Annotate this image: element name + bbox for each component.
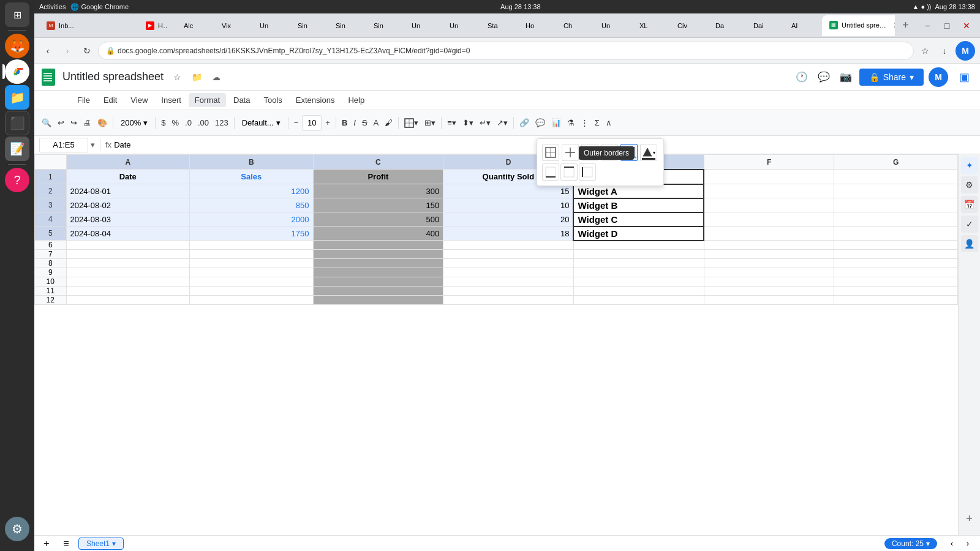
cloud-icon[interactable]: ☁ [208,69,225,86]
cell-a7[interactable] [66,250,190,259]
history-icon[interactable]: 🕐 [793,69,810,86]
cell-c8[interactable] [313,259,443,268]
cell-a9[interactable] [66,268,190,277]
cell-e10[interactable] [573,277,704,287]
chrome-profile-avatar[interactable]: M [956,41,975,61]
cell-c10[interactable] [313,277,443,287]
scroll-right-button[interactable]: › [960,536,975,551]
cell-a1[interactable]: Date [66,170,190,184]
font-select[interactable]: Default... ▾ [238,115,285,131]
row-num-10[interactable]: 10 [35,277,67,287]
cell-a8[interactable] [66,259,190,268]
cell-f7[interactable] [704,250,834,259]
cell-e12[interactable] [573,296,704,305]
row-num-8[interactable]: 8 [35,259,67,268]
cell-c11[interactable] [313,287,443,296]
menu-extensions[interactable]: Extensions [290,93,341,107]
search-button[interactable]: 🔍 [39,114,54,132]
bookmark-icon[interactable]: ☆ [916,42,933,59]
menu-tools[interactable]: Tools [257,93,288,107]
cell-c4[interactable]: 500 [313,212,443,227]
minimize-button[interactable]: − [919,17,936,34]
print-button[interactable]: 🖨 [81,114,94,132]
browser-tab-6[interactable]: Sin [328,15,365,36]
close-button[interactable]: ✕ [958,17,975,34]
col-header-c[interactable]: C [313,155,443,170]
sheet-tab-1[interactable]: Sheet1 ▾ [78,538,124,550]
cell-c1[interactable]: Profit [313,170,443,184]
download-icon[interactable]: ↓ [936,42,953,59]
chart-button[interactable]: 📊 [549,114,564,132]
cell-c6[interactable] [313,241,443,250]
border-color-btn[interactable]: ▾ [640,144,657,161]
dock-files-icon[interactable]: 📁 [5,85,29,110]
calendar-icon[interactable]: 📅 [961,196,978,213]
scroll-left-button[interactable]: ‹ [944,536,959,551]
cell-a12[interactable] [66,296,190,305]
browser-tab-civ[interactable]: Civ [670,15,707,36]
col-header-b[interactable]: B [190,155,314,170]
comment-icon[interactable]: 💬 [815,69,832,86]
left-border-btn[interactable] [579,163,596,181]
collapse-toolbar-button[interactable]: ∧ [603,114,614,132]
col-header-g[interactable]: G [834,155,958,170]
cell-a11[interactable] [66,287,190,296]
camera-icon[interactable]: 📷 [837,69,854,86]
font-size-decrease-button[interactable]: − [292,114,301,132]
cell-b11[interactable] [190,287,314,296]
cell-f10[interactable] [704,277,834,287]
cell-b8[interactable] [190,259,314,268]
menu-insert[interactable]: Insert [155,93,187,107]
all-borders-btn[interactable] [542,144,559,161]
browser-tab-4[interactable]: Un [252,15,289,36]
cell-b6[interactable] [190,241,314,250]
menu-help[interactable]: Help [342,93,371,107]
menu-file[interactable]: File [71,93,96,107]
cell-g1[interactable] [834,170,958,184]
browser-tab-xl[interactable]: XL [632,15,669,36]
browser-tab-8[interactable]: Un [404,15,441,36]
top-border-btn[interactable] [560,163,578,181]
rotate-button[interactable]: ↗▾ [494,114,510,132]
doc-title[interactable]: Untitled spreadsheet [62,70,164,83]
browser-tab-ch[interactable]: Ch [556,15,593,36]
explore-icon[interactable]: ✦ [961,157,978,174]
dock-chrome-icon[interactable] [5,59,29,84]
cell-c2[interactable]: 300 [313,184,443,198]
cell-c5[interactable]: 400 [313,227,443,241]
cell-f5[interactable] [704,227,834,241]
cell-g8[interactable] [834,259,958,268]
valign-button[interactable]: ⬍▾ [460,114,476,132]
expand-panel-icon[interactable]: + [966,512,973,525]
cell-g9[interactable] [834,268,958,277]
borders-button[interactable]: ▾ [402,114,421,132]
cell-d3[interactable]: 10 [443,198,574,212]
row-num-9[interactable]: 9 [35,268,67,277]
cell-a10[interactable] [66,277,190,287]
cell-f12[interactable] [704,296,834,305]
move-icon[interactable]: 📁 [188,69,205,86]
tasks-icon[interactable]: ✓ [961,216,978,233]
cell-g2[interactable] [834,184,958,198]
wrap-button[interactable]: ↵▾ [477,114,493,132]
cell-f9[interactable] [704,268,834,277]
cell-b9[interactable] [190,268,314,277]
inner-borders-btn[interactable] [562,144,579,161]
dock-firefox-icon[interactable]: 🦊 [5,34,29,58]
share-button[interactable]: 🔒 Share ▾ [859,69,924,86]
decimal-increase-button[interactable]: .00 [195,114,211,132]
cell-g12[interactable] [834,296,958,305]
cell-f6[interactable] [704,241,834,250]
align-button[interactable]: ≡▾ [445,114,459,132]
row-num-12[interactable]: 12 [35,296,67,305]
sheets-side-panel-icon[interactable]: ▣ [953,70,975,84]
all-sheets-button[interactable]: ≡ [59,536,74,551]
italic-button[interactable]: I [351,114,358,132]
dock-settings-icon[interactable]: ⚙ [5,517,29,541]
row-num-2[interactable]: 2 [35,184,67,198]
extensions-panel-icon[interactable]: ⚙ [961,176,978,193]
cell-d5[interactable]: 18 [443,227,574,241]
cell-c9[interactable] [313,268,443,277]
browser-tab-yt[interactable]: ▶ Ho... [138,15,175,36]
number-format-button[interactable]: 123 [213,114,231,132]
